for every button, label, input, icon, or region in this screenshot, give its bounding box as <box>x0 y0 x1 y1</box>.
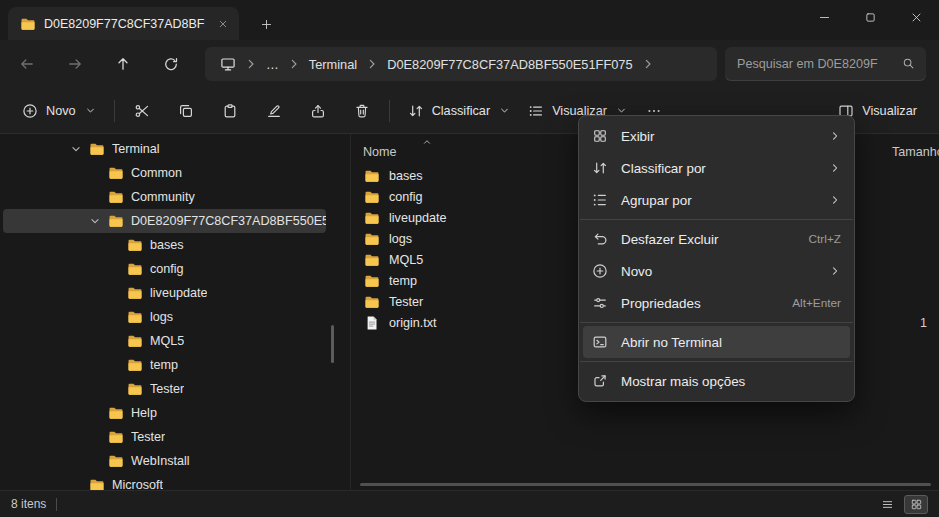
chevron-right-icon <box>287 57 301 71</box>
tree-item[interactable]: liveupdate <box>3 281 326 305</box>
rename-button[interactable] <box>256 94 292 128</box>
explorer-tab[interactable]: D0E8209F77C8CF37AD8BF550 <box>8 7 239 40</box>
trash-icon <box>354 103 370 119</box>
folder-icon <box>127 357 143 373</box>
tab-close-button[interactable] <box>213 14 233 34</box>
tree-scrollbar[interactable] <box>331 325 334 363</box>
refresh-icon <box>163 56 179 72</box>
new-button[interactable]: Novo <box>13 94 105 128</box>
navigation-pane: TerminalCommonCommunityD0E8209F77C8CF37A… <box>0 134 350 490</box>
close-button[interactable] <box>893 0 939 34</box>
menu-item-classificar-por[interactable]: Classificar por <box>583 152 850 184</box>
chevron-spacer <box>108 263 120 275</box>
items-count: 8 itens <box>11 497 46 511</box>
status-bar: 8 itens <box>0 490 939 517</box>
menu-shortcut: Ctrl+Z <box>809 232 841 246</box>
chevron-right-icon <box>829 265 841 277</box>
menu-item-label: Desfazer Excluir <box>621 232 796 247</box>
plus-circle-icon <box>592 263 608 279</box>
file-name: config <box>389 190 423 204</box>
folder-icon <box>364 189 380 205</box>
search-icon <box>902 57 915 70</box>
breadcrumb-item[interactable]: D0E8209F77C8CF37AD8BF550E51FF075 <box>380 51 639 77</box>
refresh-button[interactable] <box>154 47 188 81</box>
search-input[interactable] <box>725 47 926 81</box>
tree-item[interactable]: Tester <box>3 425 326 449</box>
chevron-spacer <box>89 431 101 443</box>
menu-item-desfazer-excluir[interactable]: Desfazer ExcluirCtrl+Z <box>583 223 850 255</box>
chevron-down-icon <box>70 143 82 155</box>
delete-button[interactable] <box>344 94 380 128</box>
column-header-size[interactable]: Tamanho <box>892 145 939 159</box>
menu-item-mostrar-mais-opcoes[interactable]: Mostrar mais opções <box>583 365 850 397</box>
menu-separator <box>580 361 853 362</box>
tree-item-label: Help <box>131 406 157 420</box>
up-button[interactable] <box>106 47 140 81</box>
tree-item[interactable]: bases <box>3 233 326 257</box>
sort-button[interactable]: Classificar <box>399 94 520 128</box>
tree-item[interactable]: Common <box>3 161 326 185</box>
chevron-spacer <box>89 191 101 203</box>
new-button-label: Novo <box>46 104 76 118</box>
tree-item-label: Tester <box>150 382 184 396</box>
menu-item-propriedades[interactable]: PropriedadesAlt+Enter <box>583 287 850 319</box>
monitor-icon <box>220 56 236 72</box>
menu-item-label: Exibir <box>621 129 816 144</box>
tree-item[interactable]: temp <box>3 353 326 377</box>
minimize-button[interactable] <box>801 0 847 34</box>
view-list-icon <box>528 103 544 119</box>
tree-item-label: WebInstall <box>131 454 190 468</box>
tree-item[interactable]: Terminal <box>3 137 326 161</box>
icons-view-button[interactable] <box>904 495 928 514</box>
menu-item-agrupar-por[interactable]: Agrupar por <box>583 184 850 216</box>
sort-icon <box>408 103 424 119</box>
tree-item[interactable]: Community <box>3 185 326 209</box>
tree-item[interactable]: Microsoft <box>3 473 326 490</box>
tree-item-label: Community <box>131 190 195 204</box>
folder-icon <box>127 285 143 301</box>
folder-icon <box>127 381 143 397</box>
tree-item[interactable]: D0E8209F77C8CF37AD8BF550E51FF075 <box>3 209 326 233</box>
back-button[interactable] <box>10 47 44 81</box>
share-button[interactable] <box>300 94 336 128</box>
breadcrumb-item[interactable]: Terminal <box>302 51 364 77</box>
tree-item[interactable]: Tester <box>3 377 326 401</box>
folder-icon <box>108 165 124 181</box>
copy-button[interactable] <box>168 94 204 128</box>
details-view-button[interactable] <box>875 495 899 514</box>
column-header-name[interactable]: Nome <box>363 145 397 159</box>
tree-item[interactable]: Help <box>3 401 326 425</box>
group-icon <box>592 192 608 208</box>
tree-item-label: config <box>150 262 184 276</box>
tree-item-label: D0E8209F77C8CF37AD8BF550E51FF075 <box>131 214 326 228</box>
file-name: Tester <box>389 295 423 309</box>
plus-circle-icon <box>22 103 38 119</box>
tree-item-label: MQL5 <box>150 334 184 348</box>
share-icon <box>310 103 326 119</box>
menu-item-label: Mostrar mais opções <box>621 374 841 389</box>
menu-separator <box>580 322 853 323</box>
chevron-spacer <box>108 311 120 323</box>
breadcrumb-item[interactable]: … <box>259 51 286 77</box>
tree-item[interactable]: config <box>3 257 326 281</box>
breadcrumb-root-button[interactable] <box>213 51 243 77</box>
tree-item[interactable]: MQL5 <box>3 329 326 353</box>
new-tab-button[interactable] <box>253 11 279 37</box>
horizontal-scrollbar[interactable] <box>360 483 931 486</box>
menu-item-novo[interactable]: Novo <box>583 255 850 287</box>
cut-button[interactable] <box>124 94 160 128</box>
sort-icon <box>592 160 608 176</box>
paste-button[interactable] <box>212 94 248 128</box>
details-view-icon <box>881 498 894 511</box>
folder-icon <box>89 477 105 490</box>
tree-item[interactable]: WebInstall <box>3 449 326 473</box>
tab-title: D0E8209F77C8CF37AD8BF550 <box>44 17 205 31</box>
forward-button[interactable] <box>58 47 92 81</box>
maximize-button[interactable] <box>847 0 893 34</box>
menu-item-abrir-no-terminal[interactable]: Abrir no Terminal <box>583 326 850 358</box>
maximize-icon <box>864 11 877 24</box>
tree-item-label: liveupdate <box>150 286 207 300</box>
tree-item[interactable]: logs <box>3 305 326 329</box>
grid-icon <box>592 128 608 144</box>
menu-item-exibir[interactable]: Exibir <box>583 120 850 152</box>
